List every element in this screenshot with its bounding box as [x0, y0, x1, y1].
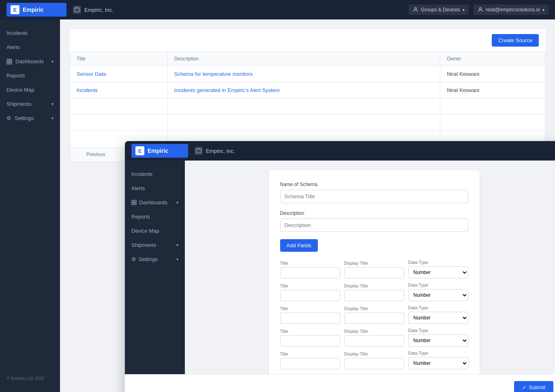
- field-type-select-0[interactable]: Number String Boolean Date: [408, 266, 468, 278]
- modal-window: E Empiric Empiric, Inc. Incidents: [125, 141, 555, 392]
- field-display-input-1[interactable]: [344, 290, 404, 301]
- modal-body: Incidents Alerts Dashboards ▾ Reports: [125, 161, 555, 374]
- field-title-label-0: Title: [280, 261, 340, 266]
- row-title[interactable]: Incidents: [70, 82, 167, 99]
- row-title[interactable]: Sensor Data: [70, 66, 167, 82]
- modal-sidebar-device-map[interactable]: Device Map: [125, 224, 185, 238]
- user-menu-chevron: ▾: [542, 8, 544, 12]
- sidebar-group-header-settings[interactable]: ⚙ Settings ▾: [0, 111, 60, 125]
- empty-row: [70, 115, 545, 131]
- field-row: Title Display Title Data Type Number Str…: [280, 305, 468, 324]
- field-display-col-3: Display Title: [344, 329, 404, 347]
- pagination-previous[interactable]: Previous: [70, 148, 122, 161]
- field-title-input-2[interactable]: [280, 313, 340, 324]
- sidebar-group-settings: ⚙ Settings ▾: [0, 111, 60, 125]
- field-title-label-2: Title: [280, 306, 340, 311]
- settings-label: Settings: [15, 115, 34, 121]
- table-header-row: Title Description Owner: [70, 52, 545, 66]
- field-row: Title Display Title Data Type Number Str…: [280, 328, 468, 347]
- field-display-col-1: Display Title: [344, 283, 404, 301]
- field-title-input-4[interactable]: [280, 358, 340, 369]
- modal-sidebar-dashboards[interactable]: Dashboards ▾: [125, 195, 185, 210]
- modal-logo[interactable]: E Empiric: [131, 144, 188, 158]
- sidebar-item-incidents[interactable]: Incidents: [0, 26, 60, 40]
- incidents-label: Incidents: [6, 30, 28, 36]
- user-menu-button[interactable]: nirat@empiricsolutions.io ▾: [474, 4, 549, 15]
- reports-label: Reports: [6, 73, 25, 79]
- sidebar-item-device-map[interactable]: Device Map: [0, 83, 60, 97]
- modal-sidebar-alerts[interactable]: Alerts: [125, 181, 185, 195]
- field-type-select-4[interactable]: Number String Boolean Date: [408, 357, 468, 369]
- field-title-label-1: Title: [280, 283, 340, 288]
- field-display-input-3[interactable]: [344, 335, 404, 347]
- form-group-description: Description: [280, 210, 468, 232]
- field-title-col-0: Title: [280, 261, 340, 278]
- field-title-input-0[interactable]: [280, 267, 340, 278]
- modal-sidebar-shipments[interactable]: Shipments ▾: [125, 238, 185, 252]
- logo-icon: E: [11, 5, 19, 14]
- field-title-col-3: Title: [280, 329, 340, 347]
- row-owner: Nirat Keswani: [440, 82, 545, 99]
- add-fields-button[interactable]: Add Fields: [280, 239, 318, 252]
- alerts-label: Alerts: [6, 44, 20, 50]
- table-row: Sensor Data Schema for temperature monit…: [70, 66, 545, 82]
- svg-rect-0: [75, 8, 79, 12]
- schema-title-input[interactable]: [280, 190, 468, 203]
- modal-settings-icon: ⚙: [131, 256, 136, 262]
- groups-devices-button[interactable]: Groups & Devices ▾: [409, 4, 469, 15]
- field-type-label-3: Data Type: [408, 328, 468, 333]
- svg-rect-11: [134, 203, 136, 205]
- field-type-label-1: Data Type: [408, 283, 468, 287]
- field-type-select-1[interactable]: Number String Boolean Date: [408, 289, 468, 301]
- svg-rect-4: [10, 59, 12, 61]
- modal-settings-chevron: ▾: [176, 257, 178, 261]
- svg-rect-6: [10, 62, 12, 64]
- create-source-button[interactable]: Create Source: [492, 34, 539, 47]
- sidebar-footer: © Empiric Ltd 2022: [0, 371, 60, 386]
- shipments-label: Shipments: [6, 101, 31, 107]
- field-title-col-4: Title: [280, 351, 340, 369]
- sources-table: Title Description Owner Sensor Data Sche…: [70, 52, 545, 147]
- field-type-label-2: Data Type: [408, 305, 468, 310]
- field-type-col-0: Data Type Number String Boolean Date: [408, 260, 468, 278]
- field-title-col-1: Title: [280, 283, 340, 301]
- shipments-icon-label: Shipments: [6, 101, 31, 107]
- sidebar-group-dashboards: Dashboards ▾: [0, 54, 60, 69]
- device-map-label: Device Map: [6, 87, 34, 93]
- field-title-label-3: Title: [280, 329, 340, 334]
- field-type-label-4: Data Type: [408, 351, 468, 356]
- field-display-input-0[interactable]: [344, 267, 404, 278]
- settings-icon: ⚙: [6, 115, 11, 121]
- dashboards-label: Dashboards: [15, 58, 44, 64]
- field-title-input-3[interactable]: [280, 335, 340, 347]
- settings-chevron: ▾: [51, 116, 54, 120]
- field-rows-container: Title Display Title Data Type Number Str…: [280, 260, 468, 369]
- settings-icon-label: ⚙ Settings: [6, 115, 34, 121]
- field-display-input-2[interactable]: [344, 313, 404, 324]
- field-display-label-4: Display Title: [344, 351, 404, 356]
- form-group-name: Name of Schema: [280, 182, 468, 203]
- company-icon: [73, 6, 81, 14]
- sidebar-group-header-shipments[interactable]: Shipments ▾: [0, 97, 60, 111]
- sidebar-item-reports[interactable]: Reports: [0, 69, 60, 83]
- submit-button[interactable]: ✓ Submit: [514, 381, 553, 392]
- modal-sidebar-reports[interactable]: Reports: [125, 210, 185, 224]
- row-description: Schema for temperature monitors: [167, 66, 440, 82]
- dashboards-chevron: ▾: [51, 59, 54, 64]
- app-logo[interactable]: E Empiric: [6, 3, 66, 17]
- sidebar-group-header-dashboards[interactable]: Dashboards ▾: [0, 54, 60, 69]
- modal-sidebar-incidents[interactable]: Incidents: [125, 167, 185, 181]
- description-input[interactable]: [280, 218, 468, 232]
- field-title-input-1[interactable]: [280, 290, 340, 301]
- sidebar-item-alerts[interactable]: Alerts: [0, 40, 60, 54]
- field-type-select-2[interactable]: Number String Boolean Date: [408, 312, 468, 324]
- top-nav-right: Groups & Devices ▾ nirat@empiricsolution…: [409, 4, 549, 15]
- field-type-select-3[interactable]: Number String Boolean Date: [408, 334, 468, 347]
- field-display-input-4[interactable]: [344, 358, 404, 369]
- svg-rect-8: [132, 200, 134, 202]
- top-navigation: E Empiric Empiric, Inc. Groups & Devices…: [0, 0, 555, 19]
- field-type-col-4: Data Type Number String Boolean Date: [408, 351, 468, 369]
- modal-sidebar-settings[interactable]: ⚙ Settings ▾: [125, 252, 185, 266]
- svg-rect-9: [134, 200, 136, 202]
- modal-company-icon: [195, 147, 203, 155]
